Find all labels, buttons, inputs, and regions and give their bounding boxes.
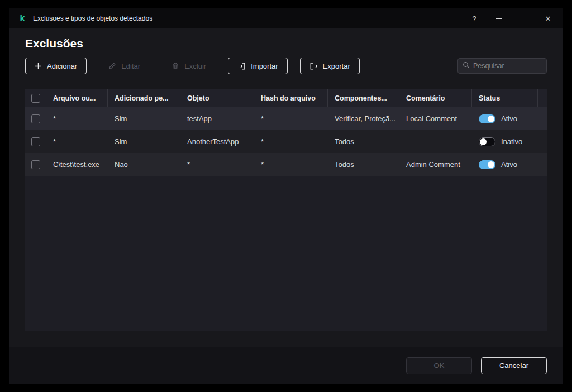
maximize-icon: [521, 16, 526, 21]
plus-icon: [35, 63, 42, 70]
toggle-knob: [488, 116, 494, 122]
cell-components: Todos: [328, 160, 399, 169]
import-button[interactable]: Importar: [228, 58, 287, 74]
row-checkbox[interactable]: [31, 114, 40, 123]
delete-button[interactable]: Excluir: [162, 58, 216, 74]
cell-file: *: [46, 137, 108, 146]
trash-icon: [171, 62, 179, 70]
toolbar: Adicionar Editar Excluir Importar: [25, 58, 547, 74]
status-label: Inativo: [501, 137, 522, 146]
row-checkbox[interactable]: [31, 137, 40, 146]
cell-components: Verificar, Proteçã...: [328, 114, 399, 123]
table-row[interactable]: C\test\test.exe Não * * Todos Admin Comm…: [25, 153, 547, 176]
column-header-components: Componentes...: [328, 89, 399, 107]
maximize-button[interactable]: [511, 8, 536, 28]
content: Exclusões Adicionar Editar Excluir: [9, 28, 563, 347]
window-controls: ? ✕: [462, 8, 560, 28]
search-icon: [463, 61, 470, 71]
cell-status: Ativo: [472, 160, 538, 169]
add-button[interactable]: Adicionar: [25, 58, 87, 74]
status-label: Ativo: [501, 114, 517, 123]
cell-added-by: Não: [108, 160, 180, 169]
status-label: Ativo: [501, 160, 517, 169]
ok-button[interactable]: OK: [406, 357, 472, 374]
cell-status: Inativo: [472, 137, 538, 146]
export-icon: [309, 62, 318, 70]
cancel-button[interactable]: Cancelar: [481, 357, 547, 374]
pencil-icon: [108, 62, 116, 70]
table-row[interactable]: * Sim testApp * Verificar, Proteçã... Lo…: [25, 107, 547, 130]
column-header-status: Status: [472, 89, 538, 107]
column-header-comment: Comentário: [399, 89, 472, 107]
status-toggle[interactable]: [479, 114, 495, 123]
column-header-added-by: Adicionado pe...: [108, 89, 180, 107]
minimize-icon: [496, 18, 502, 19]
help-button[interactable]: ?: [462, 8, 487, 28]
help-icon: ?: [472, 15, 476, 23]
select-all-checkbox[interactable]: [31, 94, 40, 103]
minimize-button[interactable]: [487, 8, 511, 28]
page-title: Exclusões: [25, 36, 547, 51]
search-input[interactable]: [473, 62, 542, 70]
titlebar: k Exclusões e tipos de objetos detectado…: [9, 8, 563, 28]
kaspersky-logo-icon: k: [17, 13, 27, 23]
window-title: Exclusões e tipos de objetos detectados: [33, 15, 152, 22]
cell-components: Todos: [328, 137, 399, 146]
cell-hash: *: [254, 137, 328, 146]
exclusions-window: k Exclusões e tipos de objetos detectado…: [9, 8, 563, 384]
close-icon: ✕: [545, 15, 551, 23]
cell-added-by: Sim: [108, 114, 180, 123]
cell-comment: Admin Comment: [399, 160, 472, 169]
cell-object: AnotherTestApp: [180, 137, 254, 146]
cell-object: testApp: [180, 114, 254, 123]
select-all-cell: [25, 89, 46, 107]
footer: OK Cancelar: [9, 347, 563, 384]
table-header: Arquivo ou... Adicionado pe... Objeto Ha…: [25, 89, 547, 107]
edit-button[interactable]: Editar: [99, 58, 150, 74]
status-toggle[interactable]: [479, 160, 495, 169]
exclusions-table: Arquivo ou... Adicionado pe... Objeto Ha…: [25, 89, 547, 331]
cell-added-by: Sim: [108, 137, 180, 146]
column-header-file: Arquivo ou...: [46, 89, 108, 107]
status-toggle[interactable]: [479, 137, 495, 146]
search-field: [457, 58, 547, 74]
column-header-object: Objeto: [180, 89, 254, 107]
cell-file: C\test\test.exe: [46, 160, 108, 169]
toggle-knob: [488, 161, 494, 168]
cell-object: *: [180, 160, 254, 169]
import-icon: [237, 62, 246, 70]
cell-comment: Local Comment: [399, 114, 472, 123]
table-row[interactable]: * Sim AnotherTestApp * Todos Inativo: [25, 130, 547, 153]
row-checkbox[interactable]: [31, 160, 40, 169]
cell-status: Ativo: [472, 114, 538, 123]
column-header-filler: [538, 89, 547, 107]
cell-file: *: [46, 114, 108, 123]
cell-hash: *: [254, 160, 328, 169]
column-header-hash: Hash do arquivo: [254, 89, 328, 107]
export-button[interactable]: Exportar: [300, 58, 360, 74]
close-button[interactable]: ✕: [536, 8, 560, 28]
cell-hash: *: [254, 114, 328, 123]
toggle-knob: [480, 138, 487, 145]
